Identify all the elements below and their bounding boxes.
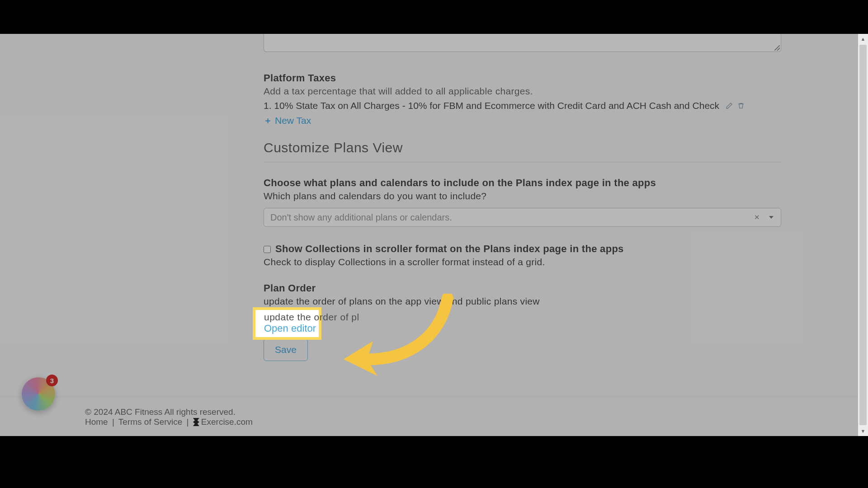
plan-order-helper: update the order of plans on the app vie… <box>264 296 781 307</box>
platform-taxes-section: Platform Taxes Add a tax percentage that… <box>264 72 781 127</box>
footer-divider <box>0 397 859 397</box>
app-viewport: Platform Taxes Add a tax percentage that… <box>0 34 868 436</box>
footer-sep: | <box>112 417 114 427</box>
footer-exercise-link[interactable]: Exercise.com <box>201 417 253 427</box>
platform-taxes-helper: Add a tax percentage that will added to … <box>264 86 781 97</box>
show-collections-label: Show Collections in scroller format on t… <box>275 243 624 254</box>
platform-taxes-heading: Platform Taxes <box>264 72 781 84</box>
tax-row: 1. 10% State Tax on All Charges - 10% fo… <box>264 100 781 111</box>
scroll-down-icon[interactable]: ▼ <box>858 426 868 436</box>
include-plans-heading: Choose what plans and calendars to inclu… <box>264 177 781 189</box>
plus-icon: ＋ <box>264 115 272 127</box>
plans-select-placeholder: Don't show any additional plans or calen… <box>270 212 452 223</box>
spotlight-open-editor-link[interactable]: Open editor <box>264 323 319 334</box>
customize-plans-section: Customize Plans View <box>264 140 781 162</box>
footer-sep: | <box>187 417 189 427</box>
scrollbar[interactable]: ▲ ▼ <box>858 34 868 436</box>
chat-badge: 3 <box>46 375 58 386</box>
new-tax-link[interactable]: ＋ New Tax <box>264 115 311 127</box>
page-footer: © 2024 ABC Fitness All rights reserved. … <box>85 407 253 427</box>
exercise-logo-icon <box>193 418 199 426</box>
tutorial-spotlight: update the order of pl Open editor <box>253 307 321 340</box>
new-tax-label: New Tax <box>275 115 311 126</box>
include-plans-setting: Choose what plans and calendars to inclu… <box>264 177 781 227</box>
scroll-up-icon[interactable]: ▲ <box>858 34 868 44</box>
tax-row-text: 1. 10% State Tax on All Charges - 10% fo… <box>264 100 719 111</box>
description-textarea[interactable] <box>264 34 781 52</box>
show-collections-setting: Show Collections in scroller format on t… <box>264 243 781 267</box>
section-rule <box>264 162 781 162</box>
plans-select[interactable]: Don't show any additional plans or calen… <box>264 208 781 227</box>
spotlight-partial-text: update the order of pl <box>264 312 400 323</box>
resize-grip-icon[interactable] <box>774 45 780 51</box>
trash-icon[interactable] <box>737 102 745 109</box>
show-collections-checkbox[interactable] <box>264 246 271 253</box>
pencil-icon[interactable] <box>726 102 733 109</box>
chat-bubble-button[interactable]: 3 <box>22 377 55 411</box>
show-collections-helper: Check to display Collections in a scroll… <box>264 257 781 267</box>
chevron-down-icon[interactable] <box>769 216 774 219</box>
save-button[interactable]: Save <box>264 338 308 361</box>
plan-order-heading: Plan Order <box>264 282 781 294</box>
footer-copyright: © 2024 ABC Fitness All rights reserved. <box>85 407 253 417</box>
clear-icon[interactable]: ✕ <box>754 213 760 221</box>
include-plans-helper: Which plans and calendars do you want to… <box>264 191 781 202</box>
customize-plans-title: Customize Plans View <box>264 140 781 155</box>
footer-terms-link[interactable]: Terms of Service <box>118 417 182 427</box>
scrollbar-thumb[interactable] <box>859 45 867 425</box>
footer-home-link[interactable]: Home <box>85 417 108 427</box>
